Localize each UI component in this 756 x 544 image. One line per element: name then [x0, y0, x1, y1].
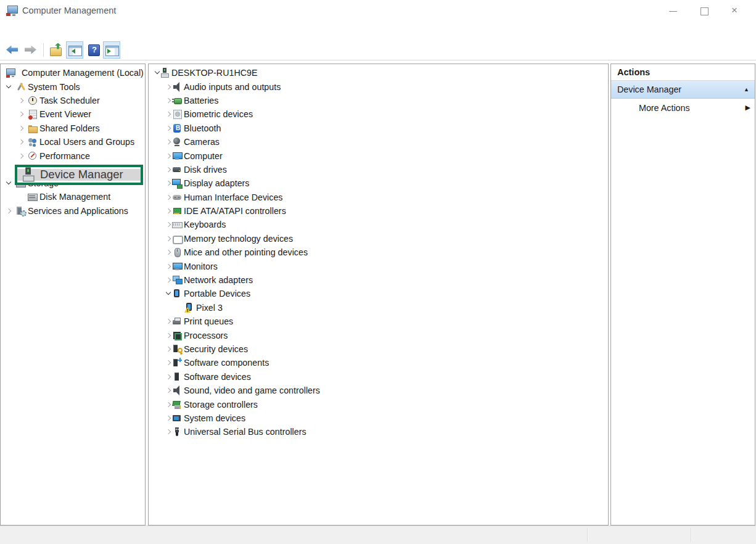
- close-button[interactable]: ×: [719, 0, 750, 22]
- chevron-icon[interactable]: [165, 427, 172, 437]
- tree-item-mice-and-other-pointing-devices[interactable]: Mice and other pointing devices: [149, 245, 608, 259]
- system-devices-icon: [172, 413, 182, 423]
- tree-item-bluetooth[interactable]: Bluetooth: [149, 122, 608, 135]
- tree-item-label: DESKTOP-RU1HC9E: [171, 68, 258, 78]
- tree-item-shared-folders[interactable]: Shared Folders: [1, 122, 145, 135]
- tree-item-label: Computer: [184, 151, 223, 161]
- tree-item-monitors[interactable]: Monitors: [149, 259, 608, 273]
- tree-item-performance[interactable]: Performance: [1, 149, 145, 162]
- tree-item-local-users-and-groups[interactable]: Local Users and Groups: [1, 135, 145, 149]
- chevron-icon[interactable]: [165, 220, 172, 229]
- export-list-button[interactable]: [47, 41, 65, 59]
- chevron-icon[interactable]: [165, 234, 172, 244]
- chevron-icon[interactable]: [165, 316, 172, 326]
- chevron-icon[interactable]: [17, 192, 28, 202]
- tree-item-batteries[interactable]: Batteries: [149, 94, 608, 107]
- chevron-icon[interactable]: [17, 96, 28, 105]
- tree-item-storage-controllers[interactable]: Storage controllers: [149, 397, 608, 411]
- tree-item-sound-video-and-game-controllers[interactable]: Sound, video and game controllers: [149, 384, 608, 397]
- tree-item-network-adapters[interactable]: Network adapters: [149, 273, 608, 287]
- tree-item-desktop-ru1hc9e[interactable]: DESKTOP-RU1HC9E: [149, 66, 608, 80]
- device-manager-icon: [21, 167, 35, 181]
- chevron-icon[interactable]: [165, 331, 172, 340]
- actions-group-device-manager[interactable]: Device Manager ▲: [611, 81, 755, 99]
- tree-item-computer-management[interactable]: Computer Management (Local): [1, 66, 145, 80]
- chevron-icon[interactable]: [165, 358, 172, 368]
- chevron-icon[interactable]: [165, 262, 172, 271]
- tree-item-keyboards[interactable]: Keyboards: [149, 218, 608, 231]
- chevron-icon[interactable]: [165, 151, 172, 161]
- collapse-icon[interactable]: ▲: [744, 86, 749, 93]
- tree-item-human-interface-devices[interactable]: Human Interface Devices: [149, 191, 608, 204]
- menu-help[interactable]: [47, 30, 61, 33]
- chevron-icon[interactable]: [165, 400, 172, 410]
- chevron-icon[interactable]: [165, 275, 172, 285]
- tree-item-memory-technology-devices[interactable]: Memory technology devices: [149, 232, 608, 245]
- help-button[interactable]: [84, 41, 102, 59]
- chevron-icon[interactable]: [165, 413, 172, 423]
- help-icon: [86, 43, 100, 57]
- tree-item-cameras[interactable]: Cameras: [149, 135, 608, 149]
- chevron-icon[interactable]: [165, 178, 172, 188]
- tree-item-software-devices[interactable]: Software devices: [149, 370, 608, 384]
- chevron-icon[interactable]: [165, 109, 172, 119]
- event-viewer-icon: [28, 109, 38, 119]
- tree-item-task-scheduler[interactable]: Task Scheduler: [1, 94, 145, 107]
- tree-item-label: Memory technology devices: [184, 234, 293, 244]
- menu-view[interactable]: [34, 30, 47, 33]
- chevron-icon[interactable]: [165, 137, 172, 147]
- tree-item-print-queues[interactable]: Print queues: [149, 315, 608, 328]
- tree-item-disk-management[interactable]: Disk Management: [1, 190, 145, 204]
- performance-icon: [28, 151, 38, 161]
- tree-item-system-devices[interactable]: System devices: [149, 411, 608, 425]
- forward-button[interactable]: [22, 41, 39, 59]
- export-icon: [49, 43, 63, 57]
- tree-item-processors[interactable]: Processors: [149, 328, 608, 342]
- status-bar-separator: [587, 528, 588, 542]
- usb-icon: [172, 427, 182, 437]
- chevron-icon[interactable]: [17, 109, 28, 119]
- show-action-pane-button[interactable]: [103, 41, 120, 59]
- minimize-button[interactable]: [657, 0, 688, 22]
- chevron-icon[interactable]: [165, 385, 172, 395]
- tree-item-portable-devices[interactable]: Portable Devices: [149, 287, 608, 300]
- chevron-icon[interactable]: [165, 82, 172, 92]
- tree-item-software-components[interactable]: Software components: [149, 356, 608, 369]
- memory-icon: [172, 234, 182, 244]
- chevron-icon[interactable]: [165, 165, 172, 175]
- tree-item-system-tools[interactable]: System Tools: [1, 80, 145, 93]
- tree-item-universal-serial-bus-controllers[interactable]: Universal Serial Bus controllers: [149, 425, 608, 439]
- chevron-icon[interactable]: [17, 151, 28, 161]
- tree-item-ide-ata-atapi-controllers[interactable]: IDE ATA/ATAPI controllers: [149, 204, 608, 218]
- chevron-icon[interactable]: [165, 247, 172, 257]
- back-button[interactable]: [4, 41, 21, 59]
- chevron-icon[interactable]: [5, 82, 16, 92]
- chevron-icon[interactable]: [17, 137, 28, 147]
- tree-item-services-and-applications[interactable]: Services and Applications: [1, 204, 145, 218]
- more-actions-item[interactable]: More Actions ▶: [611, 99, 755, 117]
- chevron-icon[interactable]: [17, 123, 28, 133]
- chevron-icon[interactable]: [165, 344, 172, 354]
- menu-file[interactable]: [7, 30, 20, 33]
- chevron-icon[interactable]: [165, 96, 172, 105]
- actions-panel: Actions Device Manager ▲ More Actions ▶: [610, 64, 755, 525]
- chevron-icon[interactable]: [165, 372, 172, 382]
- maximize-button[interactable]: [688, 0, 719, 22]
- chevron-icon[interactable]: [165, 192, 172, 202]
- tree-item-security-devices[interactable]: Security devices: [149, 342, 608, 356]
- chevron-icon[interactable]: [154, 68, 160, 78]
- tree-item-pixel-3[interactable]: Pixel 3: [149, 301, 608, 315]
- chevron-icon[interactable]: [5, 206, 16, 216]
- menu-action[interactable]: [20, 30, 34, 33]
- chevron-icon[interactable]: [165, 289, 172, 299]
- chevron-icon[interactable]: [165, 206, 172, 216]
- tree-item-display-adapters[interactable]: Display adapters: [149, 176, 608, 190]
- show-console-tree-button[interactable]: [66, 41, 83, 59]
- tree-item-disk-drives[interactable]: Disk drives: [149, 163, 608, 176]
- tree-item-event-viewer[interactable]: Event Viewer: [1, 107, 145, 121]
- tree-item-computer[interactable]: Computer: [149, 149, 608, 162]
- tree-item-biometric-devices[interactable]: Biometric devices: [149, 107, 608, 121]
- disk-management-icon: [28, 192, 38, 202]
- tree-item-audio-inputs-and-outputs[interactable]: Audio inputs and outputs: [149, 80, 608, 93]
- chevron-icon[interactable]: [165, 123, 172, 133]
